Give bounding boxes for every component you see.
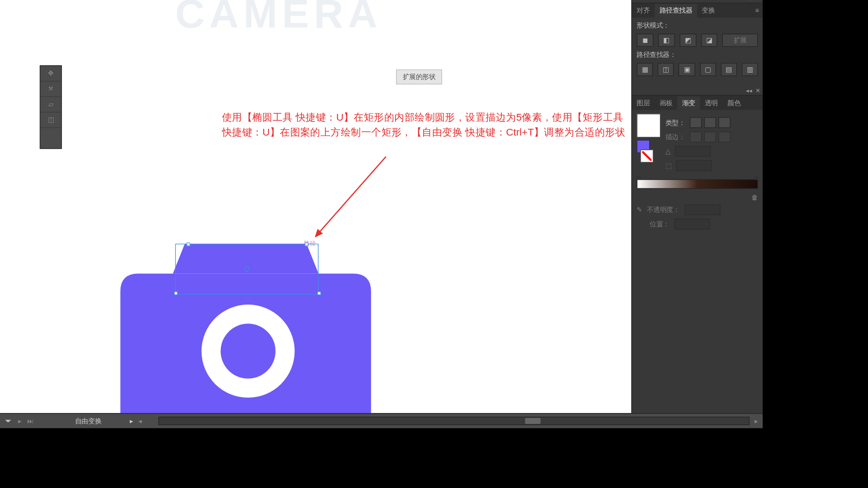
free-transform-widget[interactable]: ✥ ⤧ ▱ ◫ xyxy=(40,65,62,149)
selection-handle[interactable] xyxy=(187,242,190,246)
stroke-grad-2-icon xyxy=(704,131,716,142)
tutorial-annotation: 使用【椭圆工具 快捷键：U】在矩形的内部绘制圆形，设置描边为5像素，使用【矩形工… xyxy=(222,110,632,140)
gradient-stroke-label: 描边： xyxy=(665,132,685,141)
h-scrollbar[interactable] xyxy=(159,417,750,425)
artboard-nav: ▸ ⏭ xyxy=(16,417,34,425)
tab-pathfinder[interactable]: 路径查找器 xyxy=(655,3,697,17)
background-title: CAMERA xyxy=(175,0,382,37)
pathfinder-panel: 对齐 路径查找器 变换 ≡ 形状模式： ◼ ◧ ◩ ◪ 扩展 路径查找器： xyxy=(632,2,763,83)
linear-gradient-icon[interactable] xyxy=(690,117,702,128)
tab-gradient[interactable]: 渐变 xyxy=(677,96,700,109)
last-artboard-icon[interactable]: ⏭ xyxy=(26,417,34,424)
ft-distort-icon[interactable]: ◫ xyxy=(40,112,61,127)
delete-stop-icon[interactable]: 🗑 xyxy=(751,193,758,201)
tab-align[interactable]: 对齐 xyxy=(632,3,655,17)
shape-mode-label: 形状模式： xyxy=(637,21,758,30)
aspect-field xyxy=(676,160,712,171)
chevron-down-icon[interactable] xyxy=(5,420,11,426)
stroke-grad-3-icon xyxy=(718,131,730,142)
angle-field xyxy=(675,145,711,156)
app-window: Ai 文件(F) 编辑(E) 对象(O) 文字(T) 选择(S) 效果(C) 视… xyxy=(0,0,763,428)
angle-icon: △ xyxy=(665,147,670,155)
tab-artboards[interactable]: 画板 xyxy=(655,96,677,109)
scroll-right-icon[interactable]: ▸ xyxy=(755,417,758,425)
exclude-icon[interactable]: ◪ xyxy=(701,33,717,47)
right-dock: ◂◂ ✕ 对齐 路径查找器 变换 ≡ 形状模式： ◼ ◧ ◩ ◪ xyxy=(631,0,763,413)
gradient-preview[interactable] xyxy=(637,113,660,137)
svg-point-2 xyxy=(221,324,275,378)
intersect-icon[interactable]: ◩ xyxy=(679,33,696,47)
tab-transform[interactable]: 变换 xyxy=(697,3,720,17)
panel-menu-icon[interactable]: ≡ xyxy=(752,4,763,16)
expanded-shape-chip[interactable]: 扩展的形状 xyxy=(396,69,442,84)
status-menu-icon[interactable]: ▸ xyxy=(130,417,133,425)
expand-button[interactable]: 扩展 xyxy=(722,33,758,47)
tab-layers[interactable]: 图层 xyxy=(632,96,655,109)
crop-pf-icon[interactable]: ▢ xyxy=(700,63,716,76)
collapse-dock-icon[interactable]: ◂◂ xyxy=(746,87,752,94)
collapse-dock-icon[interactable]: ◂◂ xyxy=(746,0,752,1)
svg-line-0 xyxy=(316,156,386,236)
freeform-gradient-icon[interactable] xyxy=(718,117,730,128)
divide-icon[interactable]: ▦ xyxy=(637,63,653,76)
gradient-panel: 图层 画板 渐变 透明 颜色 xyxy=(632,95,763,236)
ft-free-icon[interactable]: ⤧ xyxy=(40,81,61,97)
selection-handle[interactable] xyxy=(305,242,308,246)
stop-position-field xyxy=(675,218,710,229)
tab-transparency[interactable]: 透明 xyxy=(700,96,722,109)
scroll-left-icon[interactable]: ◂ xyxy=(138,417,142,425)
close-dock-icon[interactable]: ✕ xyxy=(755,87,760,94)
stop-opacity-label: 不透明度： xyxy=(647,205,680,214)
radial-gradient-icon[interactable] xyxy=(704,117,716,128)
scrollbar-thumb[interactable] xyxy=(525,418,540,424)
dock-controls: ◂◂ ✕ xyxy=(632,85,763,95)
eyedropper-icon: ✎ xyxy=(637,206,642,213)
merge-icon[interactable]: ▣ xyxy=(679,63,695,76)
ft-perspective-icon[interactable]: ▱ xyxy=(40,97,61,112)
aspect-icon: ⬚ xyxy=(665,161,671,169)
stop-opacity-field xyxy=(684,204,720,215)
outline-icon[interactable]: ▤ xyxy=(721,63,737,76)
minus-back-icon[interactable]: ▥ xyxy=(742,63,758,76)
unite-icon[interactable]: ◼ xyxy=(637,33,653,47)
pathfinder-label: 路径查找器： xyxy=(637,50,758,59)
selection-handle[interactable] xyxy=(317,291,321,295)
current-tool-label: 自由变换 xyxy=(75,416,101,425)
close-dock-icon[interactable]: ✕ xyxy=(755,0,760,1)
trim-icon[interactable]: ◫ xyxy=(658,63,674,76)
gradient-slider[interactable] xyxy=(637,179,758,188)
selection-handle[interactable] xyxy=(174,291,178,295)
annotation-arrow-icon xyxy=(308,154,392,244)
stop-position-label: 位置： xyxy=(650,219,670,228)
artboard: CAMERA 扩展的形状 使用【椭圆工具 快捷键：U】在矩形的内部绘制圆形，设置… xyxy=(0,0,631,413)
stroke-grad-1-icon xyxy=(690,131,702,142)
gradient-stroke-swatch[interactable] xyxy=(640,149,653,162)
status-bar: 400% ⏮ ◂ 1 ▸ ⏭ 自由变换 ▸ ◂ ▸ xyxy=(0,413,763,428)
dock-controls: ◂◂ ✕ xyxy=(632,0,763,2)
gradient-type-label: 类型： xyxy=(665,118,685,127)
tab-color[interactable]: 颜色 xyxy=(723,96,745,109)
minus-front-icon[interactable]: ◧ xyxy=(658,33,675,47)
ft-constrain-icon[interactable]: ✥ xyxy=(40,66,61,81)
next-artboard-icon[interactable]: ▸ xyxy=(16,417,24,425)
canvas-area[interactable]: CAMERA 扩展的形状 使用【椭圆工具 快捷键：U】在矩形的内部绘制圆形，设置… xyxy=(0,0,631,413)
